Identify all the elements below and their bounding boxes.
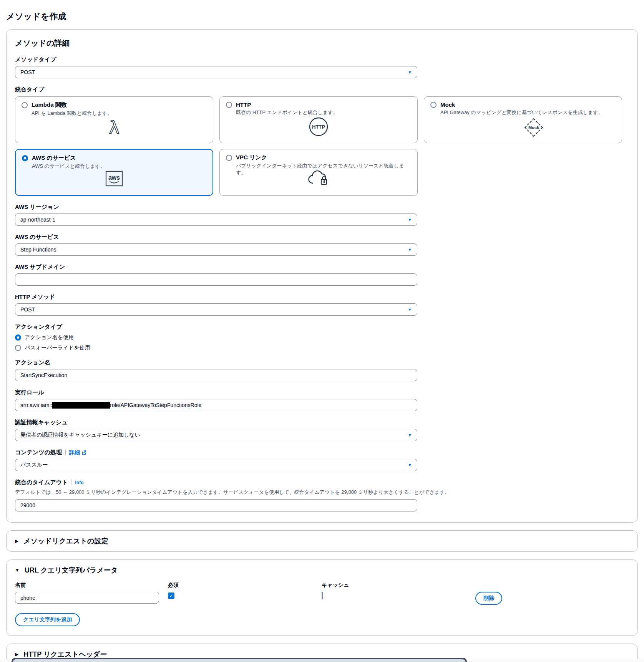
vpc-link-radio[interactable] — [226, 155, 232, 161]
aws-service-field: AWS のサービス Step Functions ▼ — [15, 233, 629, 256]
credentials-cache-field: 認証情報キャッシュ 発信者の認証情報をキャッシュキーに追加しない ▼ — [15, 419, 629, 441]
caret-down-icon: ▼ — [408, 70, 412, 74]
method-request-settings-header[interactable]: ▶ メソッドリクエストの設定 — [15, 536, 629, 546]
integration-type-field: 統合タイプ Lambda 関数 API を Lambda 関数と統合します。 λ — [15, 86, 629, 196]
use-path-override-radio[interactable] — [15, 345, 21, 351]
http-method-label: HTTP メソッド — [15, 293, 629, 301]
integration-timeout-input[interactable] — [15, 499, 417, 511]
integration-timeout-info-link[interactable]: Info — [75, 480, 83, 485]
bottom-panel-edge — [12, 658, 467, 662]
check-icon: ✓ — [169, 594, 173, 598]
integration-card-aws-service[interactable]: AWS のサービス AWS のサービスと統合します。 aws — [15, 149, 213, 196]
vpc-link-icon — [307, 169, 330, 188]
svg-text:aws: aws — [108, 174, 120, 181]
method-type-field: メソッドタイプ POST ▼ — [15, 56, 629, 78]
integration-card-lambda[interactable]: Lambda 関数 API を Lambda 関数と統合します。 λ — [15, 96, 213, 143]
content-handling-label: コンテンツの処理 — [15, 449, 62, 456]
triangle-right-icon: ▶ — [15, 652, 18, 657]
execution-role-label: 実行ロール — [15, 389, 629, 396]
query-required-checkbox[interactable]: ✓ — [168, 592, 174, 599]
integration-timeout-field: 統合のタイムアウト Info デフォルトでは、50 ～ 29,000 ミリ秒のイ… — [15, 479, 629, 511]
action-name-label: アクション名 — [15, 359, 629, 366]
http-icon: HTTP — [309, 117, 329, 137]
caret-down-icon: ▼ — [408, 218, 412, 222]
method-request-settings-panel: ▶ メソッドリクエストの設定 — [6, 530, 638, 552]
query-cache-checkbox[interactable] — [322, 592, 323, 599]
http-card-description: 既存の HTTP エンドポイントと統合します。 — [236, 109, 411, 116]
content-handling-details-link[interactable]: 詳細 — [69, 449, 86, 456]
content-handling-field: コンテンツの処理 詳細 パススルー ▼ — [15, 449, 629, 471]
action-type-field: アクションタイプ アクション名を使用 パスオーバーライドを使用 — [15, 323, 629, 351]
action-type-label: アクションタイプ — [15, 323, 629, 331]
integration-card-vpc-link[interactable]: VPC リンク パブリックインターネット経由ではアクセスできないリソースと統合し… — [219, 149, 418, 196]
integration-type-label: 統合タイプ — [15, 86, 629, 93]
use-action-name-label: アクション名を使用 — [25, 334, 74, 341]
http-radio[interactable] — [226, 102, 232, 108]
http-method-field: HTTP メソッド POST ▼ — [15, 293, 629, 316]
execution-role-field: 実行ロール arn:aws:iam::role/APIGatewayToStep… — [15, 389, 629, 411]
execution-role-input[interactable]: arn:aws:iam::role/APIGatewayToStepFuncti… — [15, 399, 417, 411]
integration-timeout-label: 統合のタイムアウト — [15, 479, 68, 486]
action-name-input[interactable] — [15, 369, 417, 381]
http-method-value: POST — [20, 306, 35, 313]
credentials-cache-value: 発信者の認証情報をキャッシュキーに追加しない — [20, 432, 140, 439]
lambda-card-description: API を Lambda 関数と統合します。 — [32, 110, 207, 117]
aws-service-value: Step Functions — [20, 247, 56, 253]
delete-query-param-button[interactable]: 削除 — [475, 592, 502, 605]
credentials-cache-select[interactable]: 発信者の認証情報をキャッシュキーに追加しない ▼ — [15, 429, 417, 441]
method-type-label: メソッドタイプ — [15, 56, 629, 63]
method-type-value: POST — [20, 69, 35, 75]
lambda-radio[interactable] — [22, 102, 28, 108]
aws-region-select[interactable]: ap-northeast-1 ▼ — [15, 213, 417, 226]
credentials-cache-label: 認証情報キャッシュ — [15, 419, 629, 426]
aws-service-select[interactable]: Step Functions ▼ — [15, 243, 417, 256]
integration-card-mock[interactable]: Mock API Gateway のマッピングと変換に基づいてレスポンスを生成し… — [424, 96, 622, 143]
http-card-title: HTTP — [236, 101, 251, 108]
svg-text:HTTP: HTTP — [312, 124, 325, 130]
integration-card-http[interactable]: HTTP 既存の HTTP エンドポイントと統合します。 HTTP — [219, 96, 418, 143]
execution-role-prefix: arn:aws:iam:: — [20, 402, 52, 408]
url-query-params-panel: ▼ URL クエリ文字列パラメータ 名前 必須 キャッシュ ✓ 削除 クエリ文字… — [6, 559, 638, 636]
mock-card-title: Mock — [440, 101, 455, 108]
caret-down-icon: ▼ — [408, 308, 412, 312]
query-name-input[interactable] — [15, 592, 159, 604]
aws-service-radio[interactable] — [22, 155, 28, 161]
triangle-down-icon: ▼ — [15, 568, 20, 573]
aws-region-label: AWS リージョン — [15, 204, 629, 211]
method-request-settings-title: メソッドリクエストの設定 — [23, 536, 108, 546]
caret-down-icon: ▼ — [408, 433, 412, 437]
query-name-column-header: 名前 — [15, 582, 168, 589]
vpc-link-card-title: VPC リンク — [236, 154, 267, 161]
add-query-string-button[interactable]: クエリ文字列を追加 — [15, 613, 80, 626]
content-handling-select[interactable]: パススルー ▼ — [15, 459, 417, 471]
svg-text:λ: λ — [109, 117, 119, 137]
execution-role-suffix: role/APIGatewayToStepFunctionsRole — [110, 402, 201, 408]
lambda-card-title: Lambda 関数 — [32, 101, 67, 109]
aws-region-field: AWS リージョン ap-northeast-1 ▼ — [15, 204, 629, 226]
integration-timeout-description: デフォルトでは、50 ～ 29,000 ミリ秒のインテグレーションタイムアウトを… — [15, 489, 629, 496]
method-details-panel: メソッドの詳細 メソッドタイプ POST ▼ 統合タイプ Lambda 関数 A… — [6, 29, 638, 523]
query-cache-column-header: キャッシュ — [322, 582, 349, 589]
mock-radio[interactable] — [430, 102, 437, 108]
label-divider — [65, 450, 66, 455]
mock-card-description: API Gateway のマッピングと変換に基づいてレスポンスを生成します。 — [440, 109, 616, 116]
external-link-icon — [81, 450, 86, 455]
url-query-params-title: URL クエリ文字列パラメータ — [25, 566, 118, 575]
aws-icon: aws — [105, 170, 124, 187]
redacted-account-id-bar — [52, 402, 110, 409]
use-action-name-radio[interactable] — [15, 334, 21, 341]
url-query-params-header[interactable]: ▼ URL クエリ文字列パラメータ — [15, 566, 629, 575]
label-divider — [71, 480, 71, 485]
content-handling-value: パススルー — [20, 462, 48, 468]
http-method-select[interactable]: POST ▼ — [15, 303, 417, 316]
aws-subdomain-field: AWS サブドメイン — [15, 263, 629, 286]
query-param-row: ✓ 削除 — [15, 592, 629, 605]
aws-subdomain-label: AWS サブドメイン — [15, 263, 629, 271]
caret-down-icon: ▼ — [408, 248, 412, 252]
lambda-icon: λ — [105, 117, 123, 137]
method-type-select[interactable]: POST ▼ — [15, 66, 417, 78]
aws-subdomain-input[interactable] — [15, 273, 417, 286]
method-details-heading: メソッドの詳細 — [15, 38, 629, 48]
page-title: メソッドを作成 — [6, 11, 638, 22]
use-path-override-label: パスオーバーライドを使用 — [25, 344, 90, 351]
